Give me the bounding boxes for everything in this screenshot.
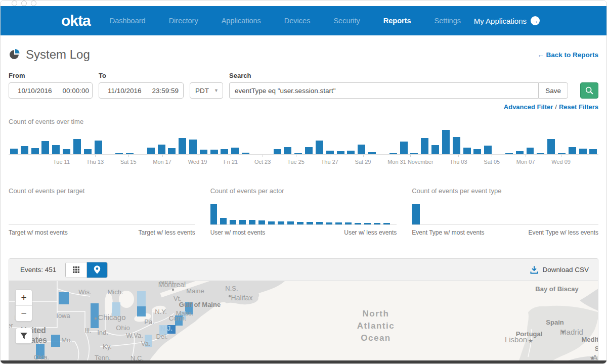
time-bar <box>82 130 93 154</box>
time-axis-label: Sat 05 <box>484 155 500 165</box>
from-time-value: 00:00:00 <box>63 87 90 95</box>
advanced-filter-row: Advanced Filter / Reset Filters <box>9 103 598 111</box>
map-label: N.S. <box>225 285 238 292</box>
nav-item-applications[interactable]: Applications <box>222 17 261 25</box>
time-bar <box>356 130 367 154</box>
map-zoom-control: + − <box>15 289 32 322</box>
map-label: Al <box>592 353 598 360</box>
window-close-icon[interactable] <box>12 1 17 6</box>
mini-bar <box>326 222 332 224</box>
reset-filters-link[interactable]: Reset Filters <box>559 103 598 111</box>
mini-bar <box>345 222 352 224</box>
save-button[interactable]: Save <box>538 82 568 99</box>
time-chart-bars <box>9 130 598 155</box>
nav-item-settings[interactable]: Settings <box>435 17 461 25</box>
mini-charts-row: Count of events per target Target w/ mos… <box>9 187 598 236</box>
nav-item-devices[interactable]: Devices <box>284 17 311 25</box>
to-label: To <box>99 72 184 79</box>
mini-bar <box>316 222 323 224</box>
grid-icon <box>72 266 80 274</box>
time-bar <box>124 130 135 154</box>
nav-item-dashboard[interactable]: Dashboard <box>110 17 146 25</box>
map-label: Madrid <box>560 328 583 336</box>
events-map[interactable]: ★★★ Minn.MontrealMaineN.S.HalifaxS.D.Wis… <box>9 281 598 360</box>
nav-item-directory[interactable]: Directory <box>169 17 198 25</box>
my-applications-link[interactable]: My Applications → <box>474 16 540 25</box>
top-navbar: okta DashboardDirectoryApplicationsDevic… <box>1 6 606 35</box>
map-view-button[interactable] <box>86 262 107 278</box>
time-bar <box>335 130 346 154</box>
time-axis-label: Oct 23 <box>254 155 271 165</box>
map-label: Lisbon <box>505 335 527 344</box>
time-bar <box>546 130 556 154</box>
time-bar <box>293 130 304 154</box>
map-filter-button[interactable] <box>15 328 32 344</box>
nav-item-security[interactable]: Security <box>333 17 360 25</box>
search-button[interactable] <box>580 82 598 99</box>
search-label: Search <box>229 72 568 79</box>
actor-chart-bars <box>210 200 397 225</box>
time-bar <box>72 130 82 154</box>
time-bar <box>19 130 30 154</box>
target-chart-bars <box>9 200 195 225</box>
time-bar <box>462 130 472 154</box>
map-label: Maine <box>186 287 204 295</box>
download-csv-button[interactable]: Download CSV <box>530 266 589 274</box>
time-bar <box>230 130 240 154</box>
map-label: Halifax <box>231 294 253 302</box>
report-pie-icon <box>9 49 20 60</box>
time-bar <box>441 130 451 154</box>
time-bar <box>567 130 578 154</box>
nav-menu: DashboardDirectoryApplicationsDevicesSec… <box>110 17 461 25</box>
search-input[interactable] <box>229 82 538 99</box>
back-to-reports-link[interactable]: ← Back to Reports <box>537 51 598 59</box>
time-axis-label: Sat 29 <box>355 155 371 165</box>
to-group: To 11/10/2016 23:59:59 <box>99 72 184 99</box>
time-bar <box>409 130 419 154</box>
map-label: Mo. <box>61 336 72 344</box>
time-bar <box>262 130 272 154</box>
mini-bar <box>287 221 294 224</box>
from-datetime-input[interactable]: 10/10/2016 00:00:00 <box>9 82 93 99</box>
time-bar <box>514 130 525 154</box>
events-over-time-chart: Count of events over time Tue 11Thu 13Sa… <box>9 118 598 165</box>
time-bar <box>367 130 377 154</box>
zoom-out-button[interactable]: − <box>16 305 32 321</box>
table-view-button[interactable] <box>66 262 86 278</box>
map-label: Mich. <box>107 288 123 296</box>
map-event-bar <box>59 292 69 304</box>
time-bar <box>578 130 588 154</box>
map-label: Okla. <box>34 353 49 360</box>
mini-bar <box>258 220 265 224</box>
map-label: Medite <box>581 336 598 343</box>
mini-bar <box>355 223 361 224</box>
browser-window: okta DashboardDirectoryApplicationsDevic… <box>0 0 607 364</box>
map-label: Ohio <box>116 324 129 332</box>
time-bar <box>304 130 314 154</box>
advanced-filter-link[interactable]: Advanced Filter <box>504 103 553 111</box>
time-bar <box>472 130 483 154</box>
chevron-down-icon: ▼ <box>214 88 219 93</box>
timezone-select[interactable]: PDT ▼ <box>190 82 223 99</box>
time-bar <box>399 130 409 154</box>
arrow-right-icon: → <box>531 16 540 25</box>
okta-logo[interactable]: okta <box>61 12 91 29</box>
mini-bar <box>268 221 275 224</box>
map-label: er <box>9 322 13 329</box>
zoom-in-button[interactable]: + <box>16 290 32 305</box>
time-bar <box>314 130 325 154</box>
window-maximize-icon[interactable] <box>31 1 36 6</box>
from-group: From 10/10/2016 00:00:00 <box>9 72 93 99</box>
mini-bar <box>278 221 284 224</box>
to-datetime-input[interactable]: 11/10/2016 23:59:59 <box>99 82 184 99</box>
map-event-bar <box>137 291 146 306</box>
time-axis-label: Wed 19 <box>188 155 207 165</box>
time-bar <box>588 130 599 154</box>
page-header: System Log ← Back to Reports <box>9 48 598 62</box>
window-minimize-icon[interactable] <box>21 1 27 6</box>
time-bar <box>283 130 293 154</box>
event-type-chart-bars <box>412 200 598 225</box>
time-axis-label: Mon 17 <box>153 155 171 165</box>
nav-item-reports[interactable]: Reports <box>383 17 411 25</box>
mini-bar <box>239 220 246 224</box>
